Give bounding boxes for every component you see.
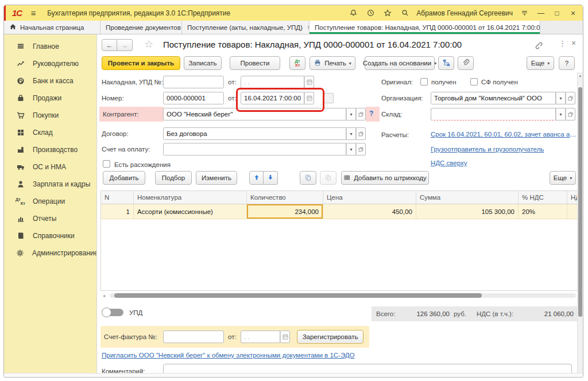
cell-vat-percent[interactable]: 20% [519,204,567,219]
sidebar-item-payroll[interactable]: Зарплата и кадры [4,176,96,193]
sidebar-item-operations[interactable]: ДтКт Операции [4,193,96,210]
cell-quantity[interactable]: 234,000 [247,204,323,219]
contract-input[interactable]: Без договора [163,127,346,140]
settlements-link[interactable]: Срок 16.04.2021, 60.01, 60.02, зачет ава… [431,131,578,138]
cell-sum[interactable]: 105 300,00 [416,204,519,219]
minimize-button[interactable]: — [536,9,546,17]
selected-cell[interactable]: 234,000 [247,204,323,219]
upd-toggle[interactable] [102,308,123,317]
payment-invoice-input[interactable] [163,143,346,155]
invoice-upd-number-input[interactable] [163,76,224,88]
shipper-consignee-link[interactable]: Грузоотправитель и грузополучатель [431,146,544,153]
original-received-checkbox[interactable] [420,78,428,85]
tab-goods-receipt-document[interactable]: Поступление товаров: Накладная, УПД 0000… [310,21,540,34]
discrepancy-checkbox[interactable] [103,160,110,168]
open-icon[interactable] [356,143,366,155]
sidebar-item-reports[interactable]: Отчеты [4,210,96,227]
sidebar-item-fixed-assets[interactable]: ОС и НМА [4,158,96,176]
cell-nomenclature[interactable]: Ассорти (комиссионные) [134,204,247,219]
nav-back-button[interactable]: ← [102,39,117,51]
post-and-close-button[interactable]: Провести и закрыть [102,56,180,70]
edit-row-button[interactable]: Изменить [196,171,237,185]
tab-document-posting[interactable]: Проведение документов × [100,21,182,34]
more-button[interactable]: Еще▾ [527,56,554,70]
column-header-n[interactable]: N [101,191,134,204]
add-row-button[interactable]: Добавить [103,171,145,185]
invoice-date-input[interactable]: . . [241,76,304,88]
sidebar-item-directories[interactable]: Справочники [4,227,96,244]
close-window-button[interactable]: × [568,9,578,18]
horizontal-scrollbar-thumb[interactable] [114,293,482,298]
dtkt-postings-button[interactable]: ДтКт [289,56,305,70]
move-down-button[interactable] [264,171,278,185]
open-icon[interactable] [566,108,575,120]
column-header-vat[interactable]: НД [567,191,578,204]
column-header-vat-percent[interactable]: % НДС [519,191,567,204]
sidebar-item-bank-cash[interactable]: Банк и касса [4,72,96,90]
sidebar-item-main[interactable]: Главное [4,38,96,55]
column-header-sum[interactable]: Сумма [416,191,519,204]
search-icon[interactable] [399,7,411,19]
vat-on-top-link[interactable]: НДС сверху [431,160,467,166]
horizontal-scrollbar[interactable] [110,293,576,298]
calendar-icon[interactable] [280,331,290,343]
calendar-icon[interactable] [304,76,314,88]
user-name[interactable]: Абрамов Геннадий Сергеевич [416,9,513,17]
table-more-button[interactable]: Еще▾ [550,171,576,185]
comment-input[interactable] [163,364,572,373]
paste-row-button[interactable] [320,171,336,185]
dropdown-icon[interactable]: ▾ [346,143,356,155]
history-clock-icon[interactable] [365,7,376,19]
vertical-scrollbar-thumb[interactable] [578,87,582,317]
favorites-star-icon[interactable] [382,7,393,19]
related-documents-button[interactable] [438,56,454,70]
tab-home[interactable]: Начальная страница [4,21,100,34]
save-button[interactable]: Записать [184,56,222,70]
cell-vat[interactable] [567,204,578,219]
column-header-nomenclature[interactable]: Номенклатура [134,191,247,204]
dropdown-icon[interactable]: ▾ [556,108,566,120]
number-input[interactable]: 0000-000001 [163,92,224,104]
vscroll-up-arrow-icon[interactable]: ▴ [578,73,583,78]
warehouse-input[interactable] [431,108,556,120]
vertical-scrollbar[interactable]: ▴ [577,72,583,373]
sidebar-item-sales[interactable]: Продажи [4,90,96,107]
dropdown-icon[interactable]: ▾ [346,127,356,140]
main-menu-burger-icon[interactable]: ≡ [28,7,39,19]
dropdown-icon[interactable]: ▾ [556,92,566,104]
register-invoice-button[interactable]: Зарегистрировать [297,330,363,344]
hscroll-left-arrow-icon[interactable]: ◂ [103,293,105,298]
copy-row-button[interactable] [300,171,316,185]
post-button[interactable]: Провести [230,56,280,70]
window-menu-dots-icon[interactable]: ⋮ [559,39,566,48]
sidebar-item-purchases[interactable]: Покупки [4,107,96,124]
organization-input[interactable]: Торговый дом "Комплексный" ООО [431,92,556,104]
pick-button[interactable]: Подбор [155,171,192,185]
counterparty-help-icon[interactable]: ? [369,110,373,118]
edo-invite-link[interactable]: Пригласить ООО "Невский берег" к обмену … [102,352,355,359]
invoice-number-input[interactable] [163,331,224,343]
help-button[interactable]: ? [559,56,575,70]
invoice-date-input2[interactable]: . . [241,331,280,343]
favorite-star-icon[interactable]: ☆ [144,38,153,50]
table-row[interactable]: 1 Ассорти (комиссионные) 234,000 450,00 … [101,204,578,219]
create-based-on-button[interactable]: Создать на основании▾ [365,56,435,70]
column-header-quantity[interactable]: Количество [247,191,323,204]
open-icon[interactable] [566,92,575,104]
add-by-barcode-button[interactable]: Добавить по штрихкоду [341,171,429,185]
nav-forward-button[interactable]: → [117,39,133,51]
sidebar-item-manager[interactable]: Руководителю [4,55,96,72]
column-header-price[interactable]: Цена [323,191,416,204]
print-button[interactable]: Печать▾ [310,56,355,70]
tab-receipts-list[interactable]: Поступление (акты, накладные, УПД) × [182,21,310,34]
sf-received-checkbox[interactable] [470,78,478,85]
maximize-button[interactable]: □ [552,9,562,17]
dropdown-icon[interactable]: ▾ [346,108,356,120]
cell-price[interactable]: 450,00 [323,204,416,219]
close-document-icon[interactable]: × [571,38,576,48]
get-link-icon[interactable] [533,40,543,52]
notifications-bell-icon[interactable] [347,7,359,19]
sidebar-item-administration[interactable]: Администрирование [4,244,96,262]
attachments-button[interactable] [458,56,474,70]
sidebar-item-production[interactable]: Производство [4,141,96,158]
